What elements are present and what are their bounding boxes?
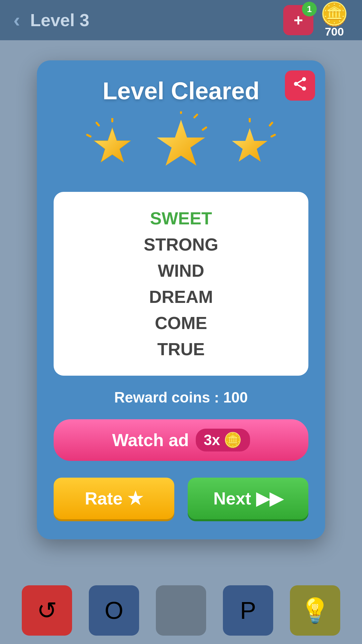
watch-ad-label: Watch ad	[112, 430, 189, 450]
word-wind: WIND	[74, 258, 288, 284]
svg-marker-17	[232, 128, 267, 162]
svg-line-12	[203, 127, 206, 130]
coins-value: 700	[325, 25, 344, 38]
watch-ad-badge: 3x 🪙	[196, 429, 250, 451]
next-label: Next ▶▶	[213, 488, 283, 508]
svg-marker-13	[157, 120, 205, 166]
star-1	[80, 118, 144, 178]
back-button[interactable]: ‹	[13, 10, 20, 30]
star-3	[218, 118, 282, 178]
svg-line-4	[296, 84, 304, 89]
reward-text: Reward coins : 100	[54, 389, 308, 406]
action-buttons: Rate ★ Next ▶▶	[54, 478, 308, 519]
stars-display	[54, 118, 308, 178]
header-right: + 1 🪙 700	[283, 2, 349, 38]
svg-line-3	[296, 79, 304, 84]
plus-icon: +	[294, 11, 303, 30]
next-button[interactable]: Next ▶▶	[188, 478, 308, 519]
word-strong: STRONG	[74, 231, 288, 258]
coins-display: 🪙 700	[320, 2, 349, 38]
words-box: SWEET STRONG WIND DREAM COME TRUE	[54, 192, 308, 376]
rate-button[interactable]: Rate ★	[54, 478, 174, 519]
modal-title: Level Cleared	[54, 77, 308, 105]
word-dream: DREAM	[74, 284, 288, 310]
multiplier-text: 3x	[204, 432, 220, 448]
modal-overlay: Level Cleared	[0, 40, 362, 644]
add-badge: 1	[302, 2, 317, 16]
header: ‹ Level 3 + 1 🪙 700	[0, 0, 362, 40]
add-button[interactable]: + 1	[283, 5, 313, 35]
share-button[interactable]	[285, 70, 315, 101]
star-2	[147, 111, 215, 178]
svg-line-14	[270, 123, 272, 125]
svg-line-11	[194, 115, 197, 117]
svg-line-7	[87, 135, 90, 137]
coins-icon: 🪙	[320, 2, 349, 25]
word-come: COME	[74, 310, 288, 336]
svg-line-6	[97, 123, 99, 125]
level-title: Level 3	[30, 10, 89, 30]
share-icon	[293, 76, 307, 95]
svg-line-15	[272, 135, 275, 137]
rate-label: Rate ★	[85, 488, 143, 508]
coin-icon: 🪙	[224, 431, 242, 449]
word-sweet: SWEET	[74, 205, 288, 231]
word-true: TRUE	[74, 336, 288, 362]
level-cleared-modal: Level Cleared	[37, 60, 325, 539]
watch-ad-button[interactable]: Watch ad 3x 🪙	[54, 419, 308, 461]
